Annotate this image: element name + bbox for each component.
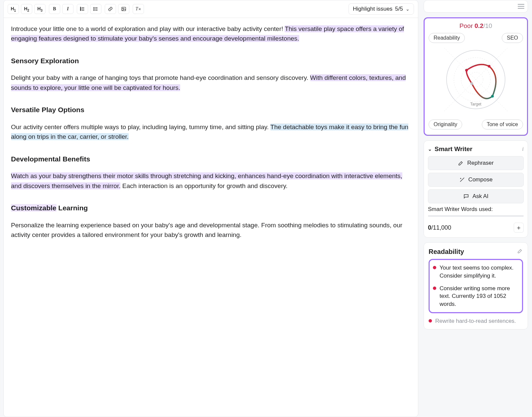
smart-writer-card: ⌄ Smart Writer i Rephraser Compose Ask A… — [424, 140, 528, 238]
add-words-button[interactable]: ＋ — [514, 223, 524, 233]
unordered-list-button[interactable] — [90, 4, 101, 14]
svg-point-5 — [94, 10, 94, 11]
edit-icon — [458, 160, 464, 166]
body-paragraph[interactable]: Personalize the learning experience base… — [11, 220, 411, 240]
error-dot-icon — [429, 319, 432, 322]
chevron-down-icon: ⌄ — [406, 6, 410, 12]
side-panel: Poor 0.2/10 Readability SEO — [424, 0, 529, 417]
body-paragraph[interactable]: Delight your baby with a range of hangin… — [11, 73, 411, 93]
svg-point-3 — [94, 7, 94, 8]
chat-icon — [463, 193, 469, 199]
highlight-issues-dropdown[interactable]: Highlight issues 5/5 ⌄ — [348, 3, 414, 15]
heading-3-button[interactable]: H3 — [34, 4, 46, 14]
readability-pill[interactable]: Readability — [429, 33, 465, 43]
words-used-bar — [428, 215, 524, 217]
issue-item[interactable]: Rewrite hard-to-read sentences. — [429, 317, 523, 325]
score-line: Poor 0.2/10 — [460, 22, 492, 30]
originality-pill[interactable]: Originality — [429, 119, 462, 129]
readability-title: Readability — [429, 248, 464, 256]
svg-rect-6 — [122, 7, 126, 11]
readability-issues: Your text seems too complex. Consider si… — [429, 259, 523, 313]
body-paragraph[interactable]: Watch as your baby strengthens their mot… — [11, 171, 411, 191]
heading-1-button[interactable]: H1 — [8, 4, 19, 14]
svg-point-14 — [465, 69, 468, 72]
editor-toolbar: H1 H2 H3 B I 123 — [4, 0, 418, 18]
chevron-down-icon: ⌄ — [428, 146, 432, 152]
clear-format-button[interactable]: T✕ — [133, 4, 144, 14]
menu-icon[interactable] — [516, 2, 526, 11]
error-dot-icon — [433, 287, 436, 290]
svg-point-17 — [470, 82, 473, 85]
wand-icon — [459, 177, 465, 183]
svg-point-4 — [94, 9, 94, 9]
link-button[interactable] — [105, 4, 116, 14]
svg-rect-18 — [459, 161, 464, 165]
svg-text:3: 3 — [80, 9, 81, 11]
svg-point-7 — [123, 8, 124, 9]
highlight-label: Highlight issues — [353, 6, 392, 12]
intro-paragraph[interactable]: Introduce your little one to a world of … — [11, 24, 411, 44]
section-heading[interactable]: Sensory Exploration — [11, 56, 411, 67]
body-paragraph[interactable]: Our activity center offers multiple ways… — [11, 122, 411, 142]
highlight-span[interactable]: Customizable — [11, 204, 57, 212]
smart-writer-title[interactable]: ⌄ Smart Writer — [428, 145, 472, 153]
document-body[interactable]: Introduce your little one to a world of … — [4, 18, 418, 261]
ask-ai-button[interactable]: Ask AI — [428, 189, 524, 203]
readability-card: Readability Your text seems too complex.… — [424, 242, 528, 329]
svg-point-15 — [488, 65, 490, 68]
heading-2-button[interactable]: H2 — [21, 4, 32, 14]
section-heading[interactable]: Developmental Benefits — [11, 154, 411, 165]
bold-button[interactable]: B — [49, 4, 60, 14]
tone-pill[interactable]: Tone of voice — [482, 119, 523, 129]
issue-item[interactable]: Your text seems too complex. Consider si… — [433, 264, 519, 280]
score-card: Poor 0.2/10 Readability SEO — [424, 17, 528, 136]
editor-panel: H1 H2 H3 B I 123 — [3, 0, 418, 417]
target-label: Target — [470, 102, 481, 106]
section-heading[interactable]: Customizable Learning — [11, 203, 411, 214]
italic-button[interactable]: I — [62, 4, 73, 14]
svg-point-16 — [491, 95, 494, 98]
words-used-count: 0/11,000 — [428, 224, 451, 231]
image-button[interactable] — [118, 4, 129, 14]
pencil-icon[interactable] — [517, 248, 523, 256]
info-icon[interactable]: i — [522, 146, 524, 152]
rephraser-button[interactable]: Rephraser — [428, 156, 524, 170]
highlight-count: 5/5 — [395, 6, 403, 12]
section-heading[interactable]: Versatile Play Options — [11, 104, 411, 115]
radar-chart: Target — [436, 46, 516, 116]
seo-pill[interactable]: SEO — [502, 33, 523, 43]
words-used-label: Smart Writer Words used: — [428, 206, 524, 213]
issue-item[interactable]: Consider writing some more text. Current… — [433, 285, 519, 308]
side-top-bar — [424, 0, 528, 13]
ordered-list-button[interactable]: 123 — [77, 4, 88, 14]
compose-button[interactable]: Compose — [428, 173, 524, 187]
error-dot-icon — [433, 266, 436, 269]
